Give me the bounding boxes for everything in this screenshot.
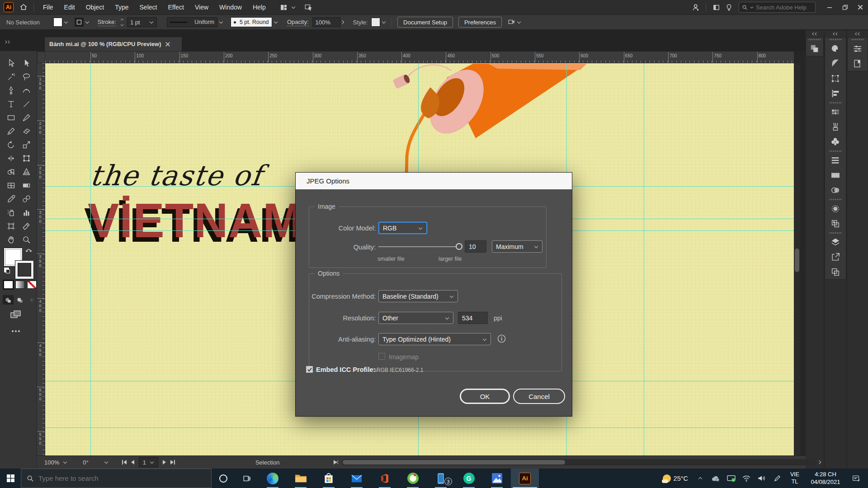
panel-grip[interactable] xyxy=(825,38,846,41)
dialog-title-bar[interactable]: JPEG Options xyxy=(296,173,572,189)
last-artboard-icon[interactable] xyxy=(170,460,175,465)
taskbar-your-phone-icon[interactable]: 3 xyxy=(427,469,455,488)
curvature-tool[interactable] xyxy=(19,84,33,97)
zoom-tool[interactable] xyxy=(19,233,33,246)
dock-collapse-icon[interactable] xyxy=(806,30,824,37)
panel-grip[interactable] xyxy=(825,149,846,153)
default-fill-stroke-icon[interactable] xyxy=(4,267,9,273)
perspective-grid-tool[interactable] xyxy=(19,165,33,178)
pen-tool[interactable] xyxy=(4,84,18,97)
workspace-layout-icon[interactable] xyxy=(278,1,290,13)
battery-saver-icon[interactable] xyxy=(723,469,739,488)
document-tab-close-icon[interactable] xyxy=(165,42,170,47)
opacity-more-arrow-icon[interactable] xyxy=(340,20,345,24)
symbols-panel-icon[interactable] xyxy=(825,134,846,149)
stroke-weight-stepper[interactable] xyxy=(120,18,124,27)
gradient-button[interactable] xyxy=(15,281,25,289)
temperature-label[interactable]: 25°C xyxy=(674,475,688,482)
export-panel-icon[interactable] xyxy=(825,249,846,264)
taskbar-store-icon[interactable] xyxy=(315,469,343,488)
resolution-ppi-input[interactable] xyxy=(458,312,488,324)
transparency-panel-icon[interactable] xyxy=(825,183,846,197)
scroll-left-icon[interactable] xyxy=(335,460,340,465)
panel-grip[interactable] xyxy=(825,101,846,104)
color-panel-icon[interactable] xyxy=(825,41,846,56)
swatches-panel-icon[interactable] xyxy=(825,104,846,119)
free-transform-tool[interactable] xyxy=(19,151,33,165)
selection-tool[interactable] xyxy=(4,56,18,70)
taskbar-edge-icon[interactable] xyxy=(259,469,287,488)
panel-grip[interactable] xyxy=(848,38,868,41)
resolution-dropdown[interactable]: Other xyxy=(378,312,453,324)
home-icon[interactable] xyxy=(17,1,30,13)
vertical-scrollbar[interactable] xyxy=(794,63,800,455)
vertical-scrollbar-thumb[interactable] xyxy=(795,249,799,272)
ruler-corner[interactable] xyxy=(37,52,45,63)
adobe-help-search-input[interactable] xyxy=(756,4,812,11)
width-profile-dropdown[interactable]: Uniform xyxy=(167,17,217,27)
blend-tool[interactable] xyxy=(19,192,33,206)
menu-select[interactable]: Select xyxy=(134,0,163,15)
info-icon[interactable] xyxy=(497,334,506,343)
quality-slider-track[interactable] xyxy=(378,246,459,247)
dock-collapse-icon[interactable] xyxy=(847,30,868,37)
taskbar-grammarly-icon[interactable]: G xyxy=(455,469,483,488)
previous-artboard-icon[interactable] xyxy=(131,460,134,465)
magic-wand-tool[interactable] xyxy=(4,70,18,84)
stroke-weight-chevron-icon[interactable] xyxy=(149,20,154,24)
menu-help[interactable]: Help xyxy=(247,0,271,15)
menu-window[interactable]: Window xyxy=(214,0,247,15)
direct-selection-tool[interactable] xyxy=(19,56,33,70)
draw-normal-mode-button[interactable] xyxy=(3,295,14,305)
start-button[interactable] xyxy=(0,469,21,488)
shape-builder-tool[interactable] xyxy=(4,165,18,178)
account-icon[interactable] xyxy=(689,1,702,13)
search-scope-chevron-icon[interactable] xyxy=(750,5,754,9)
horizontal-scrollbar-thumb[interactable] xyxy=(343,460,565,465)
wifi-icon[interactable] xyxy=(739,469,754,488)
stroke-color-chevron-icon[interactable] xyxy=(85,20,90,24)
taskbar-file-explorer-icon[interactable] xyxy=(287,469,315,488)
document-setup-button[interactable]: Document Setup xyxy=(397,17,453,28)
paintbrush-tool[interactable] xyxy=(19,111,33,124)
panels-icon[interactable] xyxy=(710,1,722,13)
rotation-dropdown[interactable]: 0° xyxy=(79,456,112,469)
menu-type[interactable]: Type xyxy=(109,0,134,15)
none-button[interactable] xyxy=(27,281,37,289)
opacity-panel-link[interactable]: Opacity: xyxy=(287,19,309,26)
hand-tool[interactable] xyxy=(4,233,18,246)
taskbar-coccoc-icon[interactable] xyxy=(399,469,427,488)
quality-slider-handle[interactable] xyxy=(456,243,462,250)
symbol-sprayer-tool[interactable] xyxy=(4,206,18,219)
adobe-help-search[interactable] xyxy=(739,2,816,13)
screen-mode-icon[interactable] xyxy=(10,310,22,319)
taskbar-search[interactable] xyxy=(21,469,212,488)
taskbar-mail-icon[interactable] xyxy=(343,469,371,488)
shaper-tool[interactable] xyxy=(4,124,18,138)
language-indicator[interactable]: VIETL xyxy=(785,471,805,485)
gpu-performance-chevron-icon[interactable] xyxy=(517,20,521,24)
stroke-color-swatch[interactable] xyxy=(75,18,84,27)
dock-collapse-icon[interactable] xyxy=(825,30,846,37)
quality-value-input[interactable] xyxy=(465,240,486,253)
color-model-dropdown[interactable]: RGB xyxy=(378,222,427,234)
vertical-ruler[interactable]: 150200250300350400450500550 xyxy=(37,63,45,455)
line-segment-tool[interactable] xyxy=(19,97,33,111)
cortana-icon[interactable] xyxy=(212,469,235,488)
panel-grip[interactable] xyxy=(825,197,846,201)
workspace-layout-chevron-icon[interactable] xyxy=(291,5,296,9)
transform-panel-icon[interactable] xyxy=(825,71,846,86)
type-tool[interactable] xyxy=(4,97,18,111)
taskbar-office-icon[interactable] xyxy=(371,469,399,488)
menu-effect[interactable]: Effect xyxy=(162,0,189,15)
scale-tool[interactable] xyxy=(19,138,33,151)
brush-definition-dropdown[interactable]: 5 pt. Round xyxy=(231,17,272,27)
onedrive-icon[interactable] xyxy=(708,469,723,488)
graphic-styles-panel-icon[interactable] xyxy=(825,216,846,231)
lasso-tool[interactable] xyxy=(19,70,33,84)
mesh-tool[interactable] xyxy=(4,178,18,192)
stroke-panel-icon[interactable] xyxy=(825,153,846,168)
width-profile-chevron-icon[interactable] xyxy=(219,20,223,24)
panel-grip[interactable] xyxy=(825,231,846,235)
windows-ink-pen-icon[interactable] xyxy=(769,469,785,488)
